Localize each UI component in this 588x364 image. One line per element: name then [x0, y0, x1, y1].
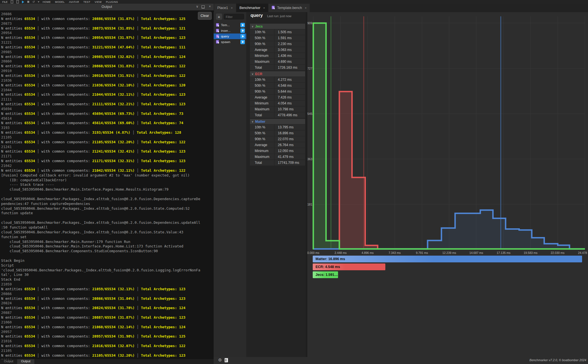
log-line: N entities 65534 │ with common component… — [1, 73, 214, 78]
log-line: 20824 — [1, 301, 214, 306]
stat-value: 4.054 ms — [274, 101, 305, 106]
log-line: function set — [1, 235, 214, 240]
stat-row: 10th %1.505 ms — [250, 29, 305, 35]
stats-section-header[interactable]: ∨Jecs — [250, 24, 305, 29]
log-line: Stack End — [1, 277, 214, 282]
stat-label: Total — [250, 66, 274, 70]
histogram-chart: 0.000 ms2.448 ms4.896 ms7.343 ms9.791 ms… — [307, 12, 588, 357]
stat-label: Minimum — [250, 101, 274, 105]
output-bottom-tabs: OutputOutput — [0, 359, 214, 364]
log-line: [Fusion] Computed callback error: invali… — [1, 173, 214, 178]
ribbon-menu-model[interactable]: MODEL — [55, 1, 65, 3]
stat-value: 22.070 ms — [274, 136, 305, 142]
ribbon-menu-plugins[interactable]: PLUGINS — [106, 1, 118, 3]
stats-section-header[interactable]: ∨ECR — [250, 71, 305, 77]
benchmark-item-query[interactable]: query — [214, 34, 246, 39]
log-line: Stack Begin — [1, 258, 214, 263]
output-titlebar: Output ∨ × — [0, 4, 214, 10]
output-panel: Output ∨ × 20886N entities 65534 │ with … — [0, 4, 214, 359]
stats-section-ecr: ∨ECR10th %4.272 ms50th %4.548 ms90th %5.… — [250, 71, 305, 118]
run-benchmark-button[interactable] — [240, 23, 245, 27]
stat-row: Minimum12.050 ms — [250, 148, 305, 154]
x-tick-label: 9.791 ms — [416, 251, 428, 254]
log-line: 21036 — [1, 78, 214, 83]
chevron-down-icon[interactable]: ∨ — [196, 5, 198, 8]
clear-button[interactable]: Clear — [198, 12, 212, 20]
log-line: :50 function updateAll — [1, 225, 214, 230]
tab-benchmarker[interactable]: Benchmarker× — [236, 4, 268, 12]
benchmark-item-label: Tem... — [221, 23, 230, 27]
clipboard-icon[interactable] — [11, 0, 13, 3]
log-line: 21042 — [1, 164, 214, 168]
log-line: N entities 65534 │ with common component… — [1, 344, 214, 349]
undo-icon[interactable]: ↺ — [32, 1, 35, 3]
stat-label: 50th % — [250, 131, 274, 135]
stat-label: Maximum — [250, 155, 274, 159]
stat-value: 17741.709 ms — [274, 160, 305, 166]
output-tab[interactable]: Output — [17, 359, 34, 364]
legend-chip-ecr: ECR: 4.548 ms — [313, 263, 385, 270]
add-benchmark-button[interactable]: + — [216, 14, 222, 20]
benchmark-item-tem[interactable]: Tem... — [214, 22, 246, 28]
script-icon — [216, 40, 220, 44]
close-tab-icon[interactable]: × — [231, 6, 232, 10]
stop-icon[interactable] — [27, 1, 29, 3]
log-line: 20954 — [1, 31, 214, 35]
stat-label: Average — [250, 48, 274, 52]
stat-label: Average — [250, 95, 274, 99]
log-line: 20860 — [1, 59, 214, 64]
section-name: Matter — [255, 120, 265, 124]
close-tab-icon[interactable]: × — [305, 6, 307, 10]
stat-value: 1.591 ms — [274, 35, 305, 41]
log-line: cloud_5853950046.Benchmarker.Main.Interf… — [1, 244, 214, 249]
stat-row: Total4778.496 ms — [250, 112, 305, 118]
benchmark-item-label: spawn — [221, 40, 230, 44]
log-line: cloud_5853950046.Benchmarker.Main.Interf… — [1, 187, 214, 192]
benchmark-item-label: inser... — [221, 29, 231, 32]
stat-label: Average — [250, 143, 274, 147]
log-line: 'cloud_5853950046.Benchmarker.Packages._… — [1, 268, 214, 273]
benchmark-item-inser[interactable]: inser... — [214, 28, 246, 34]
log-line: N entities 65534 │ with common component… — [1, 168, 214, 173]
chevron-down-icon[interactable] — [38, 1, 39, 3]
log-line: N entities 65534 │ with common component… — [1, 35, 214, 40]
output-tab[interactable]: Output — [0, 359, 17, 364]
stats-section-header[interactable]: ∨Matter — [250, 119, 305, 124]
close-icon[interactable]: × — [209, 5, 211, 8]
paste-icon[interactable] — [16, 0, 19, 3]
file-menu[interactable]: FILE — [2, 1, 8, 3]
ribbon-menu-home[interactable]: HOME — [43, 1, 51, 3]
run-benchmark-button[interactable] — [240, 40, 245, 44]
tab-template-bench[interactable]: Template.bench× — [269, 4, 310, 12]
gear-icon[interactable]: ⚙ — [218, 358, 222, 363]
export-log-icon[interactable] — [225, 358, 228, 362]
log-line: N entities 65534 │ with common component… — [1, 130, 214, 135]
stat-label: Total — [250, 113, 274, 117]
log-line: 20873 — [1, 21, 214, 26]
log-line: 21016 — [1, 339, 214, 344]
log-line: N entities 65534 │ with common component… — [1, 111, 214, 116]
run-benchmark-button[interactable] — [240, 34, 245, 39]
ribbon-menu-test[interactable]: TEST — [83, 1, 90, 3]
play-icon[interactable] — [22, 1, 24, 3]
filter-input[interactable] — [224, 14, 244, 19]
stat-value: 7.426 ms — [274, 95, 305, 100]
log-line — [1, 216, 214, 220]
ribbon-menus: HOMEMODELAVATARTESTVIEWPLUGINS — [43, 1, 122, 3]
log-line: 21105 — [1, 135, 214, 140]
log-line: N entities 65534 │ with common component… — [1, 334, 214, 339]
float-window-icon[interactable] — [202, 5, 205, 8]
log-line: N entities 65534 │ with common component… — [1, 287, 214, 292]
chevron-down-icon: ∨ — [252, 25, 254, 28]
series-fill-ecr — [339, 91, 378, 249]
x-tick-label: 19.583 ms — [524, 251, 537, 254]
benchmark-item-spawn[interactable]: spawn — [214, 39, 246, 45]
log-line: 21044 — [1, 88, 214, 93]
y-tick-label: 181 — [307, 203, 312, 206]
stats-section-matter: ∨Matter10th %13.795 ms50th %16.896 ms90t… — [250, 119, 305, 166]
run-benchmark-button[interactable] — [240, 28, 245, 33]
tab-place1[interactable]: Place1× — [214, 4, 236, 12]
close-tab-icon[interactable]: × — [263, 6, 265, 10]
ribbon-menu-avatar[interactable]: AVATAR — [69, 1, 79, 3]
ribbon-menu-view[interactable]: VIEW — [95, 1, 102, 3]
